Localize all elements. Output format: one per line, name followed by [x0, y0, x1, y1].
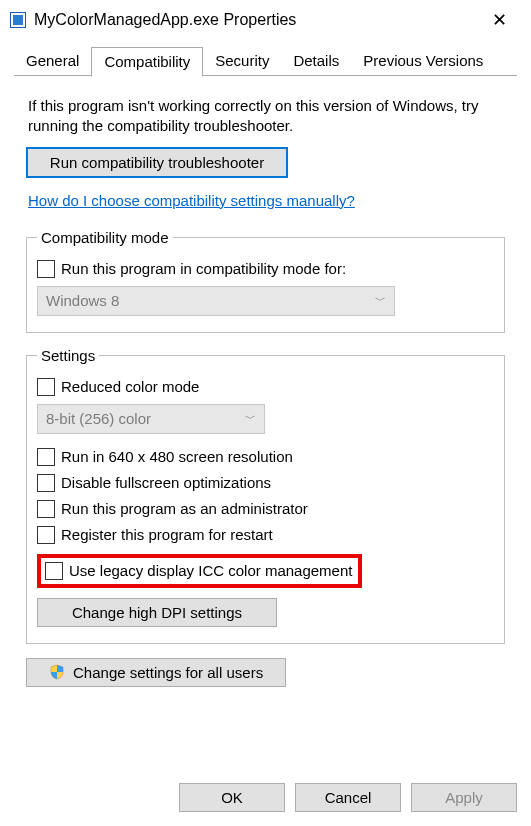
register-restart-checkbox[interactable] — [37, 526, 55, 544]
hint-text: If this program isn't working correctly … — [28, 96, 503, 137]
tab-general[interactable]: General — [14, 47, 91, 77]
titlebar: MyColorManagedApp.exe Properties ✕ — [0, 0, 531, 38]
compat-mode-label: Run this program in compatibility mode f… — [61, 260, 346, 277]
ok-button[interactable]: OK — [179, 783, 285, 812]
apply-button[interactable]: Apply — [411, 783, 517, 812]
run-troubleshooter-button[interactable]: Run compatibility troubleshooter — [26, 147, 288, 178]
legacy-icc-checkbox[interactable] — [45, 562, 63, 580]
tab-details[interactable]: Details — [281, 47, 351, 77]
settings-group: Settings Reduced color mode 8-bit (256) … — [26, 347, 505, 644]
color-depth-value: 8-bit (256) color — [46, 410, 151, 427]
run-640x480-label: Run in 640 x 480 screen resolution — [61, 448, 293, 465]
cancel-button[interactable]: Cancel — [295, 783, 401, 812]
change-settings-all-users-button[interactable]: Change settings for all users — [26, 658, 286, 687]
color-depth-combo[interactable]: 8-bit (256) color ﹀ — [37, 404, 265, 434]
chevron-down-icon: ﹀ — [245, 411, 256, 426]
run-as-admin-checkbox[interactable] — [37, 500, 55, 518]
register-restart-label: Register this program for restart — [61, 526, 273, 543]
settings-legend: Settings — [37, 347, 99, 364]
compat-os-combo[interactable]: Windows 8 ﹀ — [37, 286, 395, 316]
compatibility-mode-legend: Compatibility mode — [37, 229, 173, 246]
reduced-color-label: Reduced color mode — [61, 378, 199, 395]
change-settings-all-users-label: Change settings for all users — [73, 664, 263, 681]
reduced-color-checkbox[interactable] — [37, 378, 55, 396]
disable-fullscreen-label: Disable fullscreen optimizations — [61, 474, 271, 491]
app-icon — [10, 12, 26, 28]
run-as-admin-label: Run this program as an administrator — [61, 500, 308, 517]
disable-fullscreen-checkbox[interactable] — [37, 474, 55, 492]
compat-os-value: Windows 8 — [46, 292, 119, 309]
legacy-icc-label: Use legacy display ICC color management — [69, 562, 352, 579]
compatibility-mode-group: Compatibility mode Run this program in c… — [26, 229, 505, 333]
run-640x480-checkbox[interactable] — [37, 448, 55, 466]
tab-security[interactable]: Security — [203, 47, 281, 77]
shield-icon — [49, 664, 65, 680]
chevron-down-icon: ﹀ — [375, 293, 386, 308]
window-title: MyColorManagedApp.exe Properties — [34, 11, 479, 29]
compat-mode-checkbox[interactable] — [37, 260, 55, 278]
tab-previous-versions[interactable]: Previous Versions — [351, 47, 495, 77]
compatibility-panel: If this program isn't working correctly … — [14, 76, 517, 705]
change-dpi-button[interactable]: Change high DPI settings — [37, 598, 277, 627]
dialog-buttons: OK Cancel Apply — [0, 773, 531, 826]
tab-strip: General Compatibility Security Details P… — [14, 46, 517, 76]
legacy-icc-highlight: Use legacy display ICC color management — [37, 554, 362, 588]
help-link[interactable]: How do I choose compatibility settings m… — [28, 192, 355, 209]
close-icon[interactable]: ✕ — [479, 9, 519, 31]
tab-compatibility[interactable]: Compatibility — [91, 47, 203, 77]
